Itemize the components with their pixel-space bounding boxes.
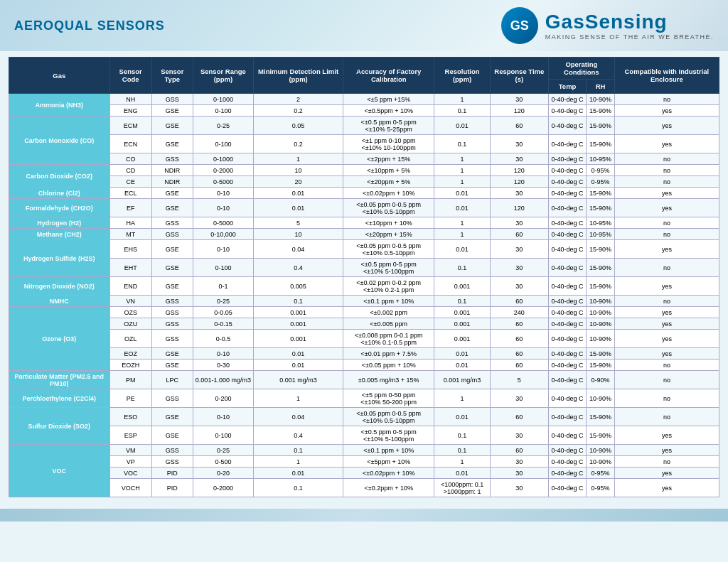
table-cell: no [614,456,719,468]
table-cell: 0.4 [254,259,343,277]
table-cell: no [614,229,719,240]
table-cell: 0-40-deg C [548,188,586,199]
sensors-table: Gas Sensor Code Sensor Type Sensor Range… [9,57,719,497]
table-cell: 30 [490,217,548,229]
table-cell: CO [109,153,151,165]
table-cell: GSE [151,259,193,277]
table-cell: 60 [490,229,548,240]
table-cell: 0.1 [254,445,343,456]
table-cell: no [614,259,719,277]
table-cell: 0-95% [587,176,615,188]
table-cell: 0-95% [587,165,615,176]
table-cell: 1 [434,94,490,105]
table-cell: 0-40-deg C [548,153,586,165]
table-cell: <±0.005 ppm [343,318,434,330]
table-cell: GSS [151,389,193,408]
logo-tagline: MAKING SENSE OF THE AIR WE BREATHE. [545,33,714,40]
table-cell: 60 [490,445,548,456]
table-cell: <±1 ppm 0-10 ppm <±10% 10-100ppm [343,135,434,153]
table-cell: 30 [490,426,548,445]
table-cell: <±20ppm + 5% [343,176,434,188]
table-cell: 0.1 [254,296,343,307]
table-cell: 10-90% [587,445,615,456]
table-cell: 1 [434,456,490,468]
table-cell: 0.1 [434,135,490,153]
table-cell: GSS [151,307,193,318]
table-cell: OZU [109,318,151,330]
table-cell: 0-40-deg C [548,165,586,176]
table-cell: 0.01 [254,348,343,360]
table-cell: 0-10 [193,240,254,259]
table-cell: 0.01 [254,360,343,371]
table-cell: 0-10,000 [193,229,254,240]
gas-cell: Chlorine (Cl2) [9,188,110,199]
table-cell: <±0.02 ppm 0-0.2 ppm <±10% 0.2-1 ppm [343,277,434,296]
table-cell: yes [614,135,719,153]
gas-cell: Particulate Matter (PM2.5 and PM10) [9,371,110,389]
table-cell: 20 [254,176,343,188]
table-cell: 0.05 [254,117,343,135]
table-cell: 10-90% [587,94,615,105]
gas-cell: Ammonia (NH3) [9,94,110,117]
table-cell: 15-90% [587,426,615,445]
table-cell: 0-2000 [193,165,254,176]
table-cell: <±0.01 ppm + 7.5% [343,348,434,360]
table-cell: 15-90% [587,240,615,259]
table-container: Gas Sensor Code Sensor Type Sensor Range… [0,51,728,506]
table-cell: 10-90% [587,330,615,348]
table-cell: 15-90% [587,277,615,296]
table-cell: 0-500 [193,456,254,468]
table-cell: <±5 ppm +15% [343,94,434,105]
table-cell: 10 [254,165,343,176]
table-cell: 0-5000 [193,217,254,229]
table-cell: 0-10 [193,348,254,360]
col-industrial-enclosure: Compatible with Industrial Enclosure [614,58,719,94]
table-cell: 0-25 [193,117,254,135]
table-cell: ENG [109,105,151,117]
table-cell: 0-40-deg C [548,371,586,389]
gas-cell: Sulfur Dioxide (SO2) [9,408,110,445]
table-cell: 0.1 [434,105,490,117]
table-cell: 15-90% [587,117,615,135]
table-cell: 0.005 [254,277,343,296]
table-cell: 30 [490,277,548,296]
table-cell: 0-1000 [193,153,254,165]
table-cell: 0-20 [193,468,254,479]
table-cell: END [109,277,151,296]
table-cell: GSS [151,217,193,229]
table-cell: PID [151,468,193,479]
table-cell: GSS [151,318,193,330]
table-cell: 30 [490,240,548,259]
gas-cell: Methane (CH2) [9,229,110,240]
table-cell: 30 [490,479,548,497]
table-cell: ECN [109,135,151,153]
table-cell: 15-90% [587,199,615,217]
table-cell: no [614,408,719,426]
table-cell: 0-10 [193,408,254,426]
table-cell: 0-30 [193,360,254,371]
col-rh: RH [587,80,615,94]
table-cell: 0.1 [254,479,343,497]
table-cell: yes [614,240,719,259]
table-cell: GSE [151,348,193,360]
table-cell: yes [614,318,719,330]
table-cell: VM [109,445,151,456]
table-cell: 0-40-deg C [548,176,586,188]
table-cell: 0-40-deg C [548,426,586,445]
table-cell: 0.01 [434,468,490,479]
table-cell: 0.001 mg/m3 [254,371,343,389]
table-cell: <±0.05 ppm 0-0.5 ppm <±10% 0.5-10ppm [343,408,434,426]
col-temp: Temp [548,80,586,94]
table-cell: LPC [151,371,193,389]
table-cell: 0-40-deg C [548,479,586,497]
table-cell: 0.001 mg/m3 [434,371,490,389]
table-cell: GSS [151,296,193,307]
table-cell: NDIR [151,165,193,176]
table-cell: <±0.1 ppm + 10% [343,445,434,456]
gas-cell: Hydrogen (H2) [9,217,110,229]
table-cell: GSS [151,330,193,348]
table-cell: 1 [434,176,490,188]
table-cell: 0-40-deg C [548,307,586,318]
col-response-time: Response Time (s) [490,58,548,94]
table-cell: ESO [109,408,151,426]
